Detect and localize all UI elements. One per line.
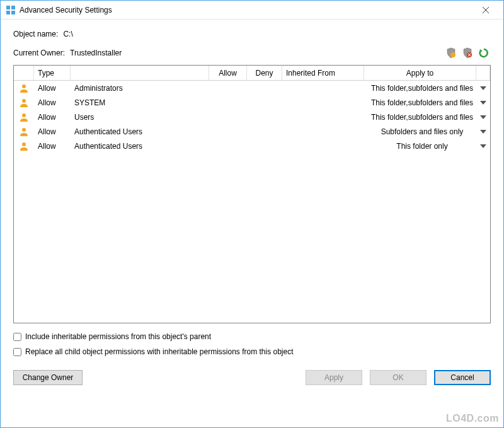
replace-checkbox[interactable] [13,348,21,356]
row-apply-to: This folder,subfolders and files [364,110,476,124]
col-apply-header[interactable]: Apply to [364,66,476,80]
table-row[interactable]: AllowAuthenticated UsersThis folder only [14,139,490,153]
row-apply-to: This folder,subfolders and files [364,81,476,95]
owner-row: Current Owner: TrustedInstaller [13,46,491,60]
table-row[interactable]: AllowUsersThis folder,subfolders and fil… [14,110,490,124]
svg-point-6 [450,52,455,57]
row-principal: Authenticated Users [71,139,209,153]
row-deny [247,95,282,110]
row-allow [209,95,247,110]
svg-rect-2 [6,11,10,14]
svg-rect-0 [6,6,10,9]
svg-point-15 [22,113,26,117]
row-type: Allow [34,95,71,110]
row-deny [247,81,282,95]
replace-checkbox-label: Replace all child object permissions wit… [25,347,294,356]
titlebar: Advanced Security Settings [1,1,503,20]
chevron-down-icon[interactable] [476,110,490,124]
row-deny [247,139,282,153]
content-area: Object name: C:\ Current Owner: TrustedI… [1,20,503,427]
svg-point-11 [22,84,26,88]
row-allow [209,124,247,139]
ok-button: OK [370,370,427,385]
user-icon [14,139,34,153]
inherit-checkbox-row[interactable]: Include inheritable permissions from thi… [13,332,491,341]
owner-value: TrustedInstaller [70,49,122,57]
checkbox-section: Include inheritable permissions from thi… [13,332,491,356]
row-inherited [282,95,364,110]
user-icon [14,81,34,95]
row-type: Allow [34,124,71,139]
replace-checkbox-row[interactable]: Replace all child object permissions wit… [13,347,491,356]
cancel-button[interactable]: Cancel [434,370,491,385]
row-principal: Authenticated Users [71,124,209,139]
col-icon-header[interactable] [14,66,34,80]
inherit-checkbox-label: Include inheritable permissions from thi… [25,332,211,341]
dialog-window: Advanced Security Settings Object name: … [0,0,504,428]
window-title: Advanced Security Settings [20,6,473,14]
svg-marker-18 [480,130,486,134]
object-name-row: Object name: C:\ [13,30,491,38]
inherit-checkbox[interactable] [13,333,21,341]
svg-marker-10 [479,49,483,52]
owner-label: Current Owner: [13,49,65,57]
user-icon [14,124,34,139]
shield-orange-icon[interactable] [444,46,458,60]
button-row: Change Owner Apply OK Cancel [13,370,491,385]
row-allow [209,110,247,124]
col-name-header[interactable] [71,66,209,80]
svg-marker-16 [480,115,486,119]
col-inherited-header[interactable]: Inherited From [282,66,364,80]
col-allow-header[interactable]: Allow [209,66,247,80]
object-name-value: C:\ [63,30,72,38]
table-row[interactable]: AllowAdministratorsThis folder,subfolder… [14,81,490,95]
svg-marker-14 [480,101,486,105]
col-deny-header[interactable]: Deny [247,66,282,80]
svg-marker-20 [480,144,486,148]
table-row[interactable]: AllowSYSTEMThis folder,subfolders and fi… [14,95,490,110]
row-inherited [282,81,364,95]
close-button[interactable] [473,3,498,18]
row-principal: Administrators [71,81,209,95]
row-deny [247,110,282,124]
chevron-down-icon[interactable] [476,124,490,139]
row-principal: SYSTEM [71,95,209,110]
chevron-down-icon[interactable] [476,139,490,153]
user-icon [14,95,34,110]
shield-red-icon[interactable] [461,46,474,60]
row-type: Allow [34,139,71,153]
chevron-down-icon[interactable] [476,81,490,95]
row-apply-to: This folder,subfolders and files [364,95,476,110]
table-row[interactable]: AllowAuthenticated UsersSubfolders and f… [14,124,490,139]
toolbar-icons [444,46,491,60]
app-icon [6,5,16,15]
change-owner-button[interactable]: Change Owner [13,370,83,385]
row-allow [209,81,247,95]
svg-point-19 [22,142,26,146]
table-body: AllowAdministratorsThis folder,subfolder… [14,81,490,323]
row-principal: Users [71,110,209,124]
row-type: Allow [34,81,71,95]
apply-button: Apply [306,370,362,385]
svg-marker-12 [480,86,486,90]
col-dropdown-header[interactable] [476,66,490,80]
row-inherited [282,139,364,153]
row-inherited [282,110,364,124]
row-inherited [282,124,364,139]
permissions-table: Type Allow Deny Inherited From Apply to … [13,65,491,323]
svg-rect-3 [11,11,15,14]
row-apply-to: This folder only [364,139,476,153]
user-icon [14,110,34,124]
svg-point-17 [22,128,26,132]
row-allow [209,139,247,153]
row-type: Allow [34,110,71,124]
table-header: Type Allow Deny Inherited From Apply to [14,66,490,81]
row-apply-to: Subfolders and files only [364,124,476,139]
object-name-label: Object name: [13,30,58,38]
svg-rect-1 [11,6,15,9]
col-type-header[interactable]: Type [34,66,71,80]
row-deny [247,124,282,139]
refresh-icon[interactable] [477,46,491,60]
svg-point-13 [22,99,26,103]
chevron-down-icon[interactable] [476,95,490,110]
